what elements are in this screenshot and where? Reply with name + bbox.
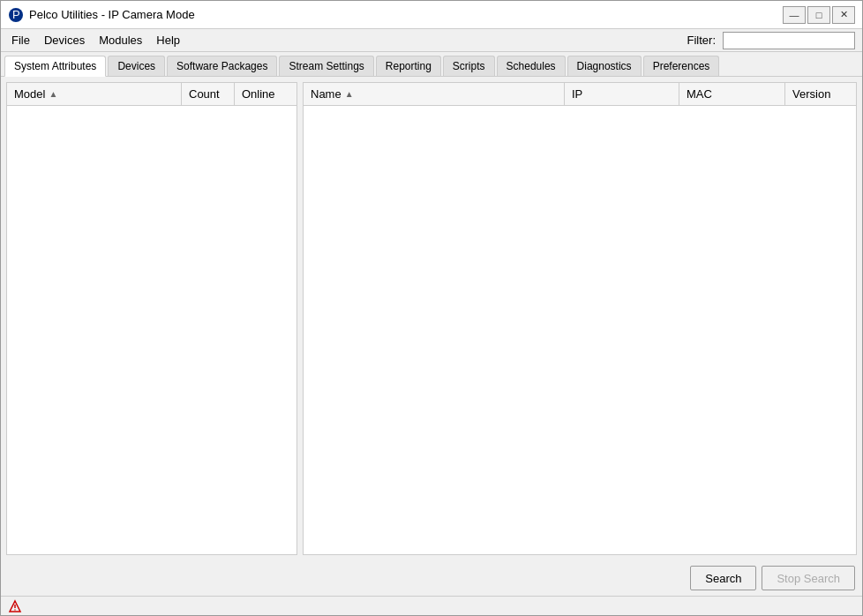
tab-reporting[interactable]: Reporting — [376, 56, 441, 76]
filter-label: Filter: — [687, 34, 724, 47]
right-panel-body[interactable] — [304, 106, 856, 554]
app-icon: P — [8, 7, 24, 23]
left-panel: Model ▲ Count Online — [6, 82, 297, 555]
tab-devices[interactable]: Devices — [108, 56, 165, 76]
search-button[interactable]: Search — [690, 566, 756, 590]
col-model-label: Model — [14, 87, 45, 101]
menu-file[interactable]: File — [4, 31, 37, 49]
menu-modules[interactable]: Modules — [92, 31, 149, 49]
svg-text:P: P — [12, 8, 20, 21]
title-bar: P Pelco Utilities - IP Camera Mode — □ ✕ — [1, 1, 862, 29]
svg-point-4 — [14, 609, 15, 610]
menu-bar: File Devices Modules Help Filter: — [1, 29, 862, 52]
col-online-label: Online — [242, 87, 275, 101]
col-ip-label: IP — [572, 87, 582, 101]
col-header-ip[interactable]: IP — [565, 83, 679, 105]
col-header-model[interactable]: Model ▲ — [7, 83, 182, 105]
tab-diagnostics[interactable]: Diagnostics — [567, 56, 642, 76]
minimize-button[interactable]: — — [783, 6, 806, 24]
col-header-count[interactable]: Count — [182, 83, 235, 105]
main-content: Model ▲ Count Online Name — [1, 77, 862, 560]
panels-container: Model ▲ Count Online Name — [6, 82, 857, 555]
stop-search-button[interactable]: Stop Search — [762, 566, 855, 590]
col-header-version[interactable]: Version — [785, 83, 856, 105]
col-header-online[interactable]: Online — [235, 83, 296, 105]
menu-help[interactable]: Help — [149, 31, 187, 49]
tab-schedules[interactable]: Schedules — [497, 56, 566, 76]
maximize-button[interactable]: □ — [807, 6, 830, 24]
bottom-bar: Search Stop Search — [1, 560, 862, 596]
filter-input[interactable] — [723, 32, 855, 49]
sort-arrow-model: ▲ — [49, 89, 57, 99]
sort-arrow-name: ▲ — [345, 89, 354, 99]
main-window: P Pelco Utilities - IP Camera Mode — □ ✕… — [0, 0, 863, 616]
col-count-label: Count — [189, 87, 220, 101]
col-mac-label: MAC — [687, 87, 712, 101]
tab-software-packages[interactable]: Software Packages — [167, 56, 277, 76]
close-button[interactable]: ✕ — [832, 6, 855, 24]
status-bar — [1, 596, 862, 615]
tab-preferences[interactable]: Preferences — [643, 56, 720, 76]
left-panel-body[interactable] — [7, 106, 296, 554]
col-header-name[interactable]: Name ▲ — [304, 83, 565, 105]
status-pelco-icon — [8, 599, 22, 613]
tab-stream-settings[interactable]: Stream Settings — [279, 56, 373, 76]
col-version-label: Version — [792, 87, 830, 101]
window-controls: — □ ✕ — [783, 6, 855, 24]
menu-devices[interactable]: Devices — [37, 31, 92, 49]
window-title: Pelco Utilities - IP Camera Mode — [29, 8, 783, 21]
right-panel: Name ▲ IP MAC Version — [303, 82, 857, 555]
tab-scripts[interactable]: Scripts — [443, 56, 495, 76]
col-name-label: Name — [311, 87, 341, 101]
col-header-mac[interactable]: MAC — [679, 83, 785, 105]
right-panel-header: Name ▲ IP MAC Version — [304, 83, 856, 106]
tab-system-attributes[interactable]: System Attributes — [4, 56, 106, 77]
tab-bar: System Attributes Devices Software Packa… — [1, 52, 862, 77]
left-panel-header: Model ▲ Count Online — [7, 83, 296, 106]
